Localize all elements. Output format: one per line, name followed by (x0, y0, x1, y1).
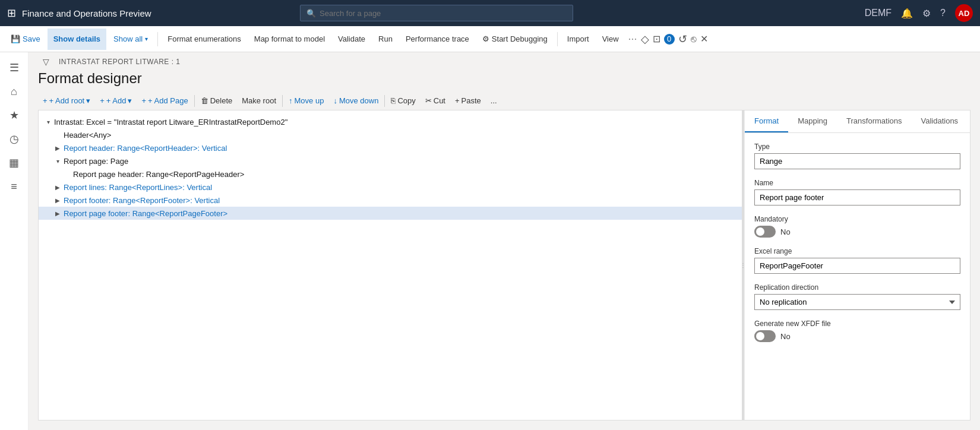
xfdf-toggle[interactable] (754, 330, 776, 342)
spacer-icon (53, 130, 62, 140)
cut-button[interactable]: ✂ Cut (421, 94, 450, 108)
paste-button[interactable]: + Paste (450, 94, 486, 108)
notification-icon[interactable]: 🔔 (901, 8, 913, 19)
name-field-group: Name (754, 179, 960, 205)
show-details-button[interactable]: Show details (48, 29, 106, 50)
main-content: ☰ ⌂ ★ ◷ ▦ ≡ ▽ INTRASTAT REPORT LITWARE :… (0, 52, 980, 430)
tab-mapping[interactable]: Mapping (788, 110, 837, 132)
tree-item[interactable]: ▾ Report page: Page (39, 154, 742, 167)
tree-item[interactable]: Header<Any> (39, 128, 742, 141)
tab-validations[interactable]: Validations (911, 110, 968, 132)
search-icon: 🔍 (306, 9, 316, 18)
collapse-icon[interactable]: ▾ (43, 117, 53, 127)
add-root-arrow-icon: ▾ (86, 96, 90, 105)
map-format-button[interactable]: Map format to model (248, 29, 331, 50)
search-input[interactable] (320, 9, 567, 18)
toolbar-sep-1 (157, 32, 158, 46)
tab-transformations[interactable]: Transformations (837, 110, 911, 132)
delete-icon: 🗑 (201, 96, 208, 105)
spacer-icon (62, 169, 72, 179)
xfdf-label: Generate new XFDF file (754, 320, 960, 328)
type-input[interactable] (754, 153, 960, 169)
debug-icon: ⚙ (482, 34, 489, 43)
grid-icon[interactable]: ⊞ (7, 7, 16, 20)
sidebar-workspaces-icon[interactable]: ▦ (4, 152, 25, 173)
mandatory-toggle[interactable] (754, 226, 776, 238)
more-options-button[interactable]: ... (486, 94, 502, 108)
expand-icon[interactable]: ▶ (53, 182, 62, 192)
excel-range-input[interactable] (754, 258, 960, 274)
xfdf-field-group: Generate new XFDF file No (754, 320, 960, 342)
collapse-icon[interactable]: ▾ (53, 156, 62, 166)
sidebar-recent-icon[interactable]: ◷ (4, 128, 25, 150)
move-up-button[interactable]: ↑ Move up (284, 94, 328, 108)
filter-icon[interactable]: ▽ (38, 57, 54, 67)
show-all-button[interactable]: Show all ▾ (108, 29, 154, 50)
import-button[interactable]: Import (561, 29, 595, 50)
sidebar-modules-icon[interactable]: ≡ (4, 176, 25, 197)
add-page-icon: + (141, 96, 146, 105)
replication-field-group: Replication direction No replication Ver… (754, 283, 960, 310)
count-badge: 0 (664, 34, 675, 45)
tree-item[interactable]: ▶ Report lines: Range<ReportLines>: Vert… (39, 181, 742, 194)
toolbar-sep-2 (557, 32, 558, 46)
tree-item[interactable]: ▶ Report header: Range<ReportHeader>: Ve… (39, 141, 742, 154)
diamond-icon[interactable]: ◇ (641, 33, 649, 46)
xfdf-value: No (780, 332, 791, 341)
sidebar-favorites-icon[interactable]: ★ (4, 105, 25, 126)
run-button[interactable]: Run (372, 29, 399, 50)
type-label: Type (754, 143, 960, 151)
move-down-button[interactable]: ↓ Move down (328, 94, 383, 108)
tree-item[interactable]: ▾ Intrastat: Excel = "Intrastat report L… (39, 115, 742, 128)
expand-icon[interactable]: ▶ (53, 143, 62, 153)
mandatory-value: No (780, 227, 791, 236)
format-enumerations-button[interactable]: Format enumerations (162, 29, 247, 50)
mandatory-toggle-knob (756, 227, 764, 236)
more-icon[interactable]: ··· (628, 33, 637, 45)
delete-button[interactable]: 🗑 Delete (196, 94, 238, 108)
copy-button[interactable]: ⎘ Copy (386, 94, 420, 108)
user-label: DEMF (865, 8, 892, 18)
content-panel: ▽ INTRASTAT REPORT LITWARE : 1 Format de… (29, 52, 980, 430)
type-field-group: Type (754, 143, 960, 169)
open-icon[interactable]: ⎋ (691, 34, 697, 45)
designer-body: ▾ Intrastat: Excel = "Intrastat report L… (38, 110, 970, 420)
secondary-toolbar: 💾 Save Show details Show all ▾ Format en… (0, 26, 980, 52)
expand-icon[interactable]: ▶ (53, 195, 62, 205)
avatar[interactable]: AD (955, 4, 973, 22)
save-button[interactable]: 💾 Save (5, 29, 46, 50)
name-input[interactable] (754, 189, 960, 205)
name-label: Name (754, 179, 960, 187)
search-bar[interactable]: 🔍 (300, 5, 573, 21)
start-debugging-button[interactable]: ⚙ Start Debugging (476, 29, 554, 50)
replication-select[interactable]: No replication Vertical Horizontal (754, 294, 960, 310)
mandatory-field-group: Mandatory No (754, 215, 960, 238)
add-page-button[interactable]: + + Add Page (137, 94, 192, 108)
performance-trace-button[interactable]: Performance trace (400, 29, 475, 50)
tree-item[interactable]: ▶ Report footer: Range<ReportFooter>: Ve… (39, 194, 742, 207)
validate-button[interactable]: Validate (332, 29, 371, 50)
settings-icon[interactable]: ⚙ (922, 8, 931, 19)
make-root-button[interactable]: Make root (237, 94, 281, 108)
detail-pane: Format Mapping Transformations Validatio… (744, 110, 970, 420)
close-icon[interactable]: ✕ (700, 33, 708, 45)
excel-range-field-group: Excel range (754, 247, 960, 274)
cut-icon: ✂ (425, 96, 432, 105)
refresh-icon[interactable]: ↺ (678, 33, 687, 46)
tab-format[interactable]: Format (745, 110, 788, 132)
expand-icon[interactable]: ▶ (53, 208, 62, 218)
help-icon[interactable]: ? (940, 8, 946, 18)
view-button[interactable]: View (596, 29, 625, 50)
add-root-button[interactable]: + + Add root ▾ (38, 94, 95, 108)
app-title: Finance and Operations Preview (22, 8, 151, 18)
tree-item-selected[interactable]: ▶ Report page footer: Range<ReportPageFo… (39, 207, 742, 220)
sidebar-menu-icon[interactable]: ☰ (4, 57, 25, 78)
top-nav: ⊞ Finance and Operations Preview 🔍 DEMF … (0, 0, 980, 26)
layout-icon[interactable]: ⊡ (653, 33, 660, 45)
breadcrumb: INTRASTAT REPORT LITWARE : 1 (59, 58, 180, 66)
sidebar-home-icon[interactable]: ⌂ (4, 81, 25, 102)
tree-item[interactable]: Report page header: Range<ReportPageHead… (39, 167, 742, 181)
add-button[interactable]: + + Add ▾ (95, 94, 137, 108)
add-icon: + (100, 96, 105, 105)
replication-label: Replication direction (754, 283, 960, 292)
